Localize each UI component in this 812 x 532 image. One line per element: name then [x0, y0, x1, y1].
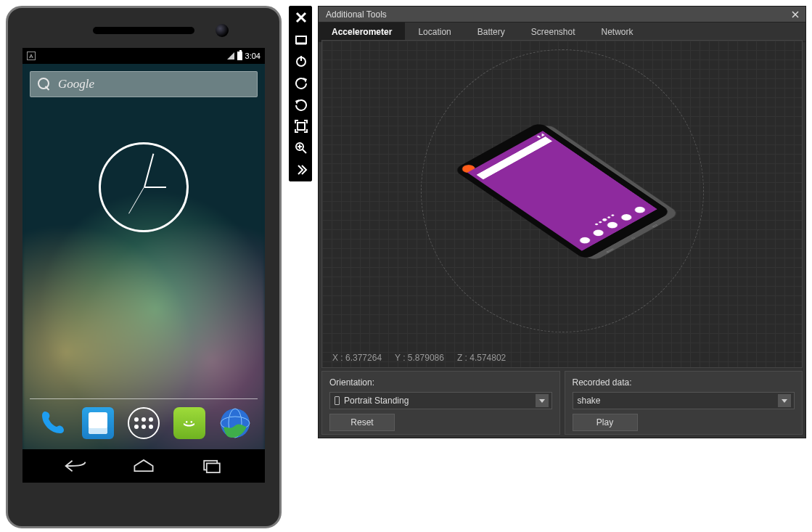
rotate-left-button[interactable]: [290, 72, 313, 94]
chevron-down-icon: [778, 394, 791, 407]
google-search-bar[interactable]: Google: [30, 71, 258, 97]
fit-to-screen-button[interactable]: [290, 115, 313, 137]
tools-close-button[interactable]: [790, 9, 801, 20]
chevron-down-icon: [536, 394, 549, 407]
tab-network[interactable]: Network: [588, 22, 646, 41]
orientation-dropdown[interactable]: Portrait Standing: [329, 392, 552, 409]
emulator-toolbar: [289, 6, 312, 181]
recents-button[interactable]: [197, 457, 226, 475]
search-icon: [38, 78, 51, 91]
back-button[interactable]: [62, 457, 91, 475]
clock-hour-hand: [144, 187, 166, 188]
clock-second-hand: [128, 187, 144, 214]
tab-accelerometer[interactable]: Accelerometer: [319, 22, 405, 41]
tools-tab-strip: Accelerometer Location Battery Screensho…: [319, 22, 805, 42]
battery-icon: [237, 52, 242, 60]
tab-screenshot[interactable]: Screenshot: [518, 22, 589, 41]
svg-rect-4: [206, 463, 219, 472]
app-drawer-icon[interactable]: [128, 407, 160, 439]
tools-body: ▮◢ ⟸⌂▭ X : 6.377264 Y : 5.879086 Z : 4.5…: [321, 40, 803, 435]
coord-z: Z : 4.574802: [457, 353, 506, 363]
emulator-device-frame: A 3:04 Google: [6, 6, 282, 528]
recorded-data-group: Recorded data: shake Play: [565, 371, 803, 435]
button-label: Reset: [350, 417, 373, 427]
search-placeholder: Google: [58, 77, 94, 91]
contacts-app-icon[interactable]: [82, 407, 114, 439]
coord-x: X : 6.377264: [332, 353, 382, 363]
signal-icon: [227, 52, 234, 60]
accelerometer-coordinates: X : 6.377264 Y : 5.879086 Z : 4.574802: [332, 353, 506, 363]
device-speaker: [93, 27, 194, 34]
home-button[interactable]: [129, 457, 158, 475]
device-front-camera: [216, 24, 229, 37]
rotate-right-button[interactable]: [290, 94, 313, 115]
svg-line-11: [303, 150, 306, 153]
status-clock: 3:04: [245, 52, 261, 60]
ime-indicator-icon: A: [27, 52, 36, 60]
more-tools-button[interactable]: [290, 159, 313, 181]
orientation-group: Orientation: Portrait Standing Reset: [321, 371, 560, 435]
orientation-label: Orientation:: [329, 377, 552, 388]
android-nav-bar: [22, 449, 265, 483]
recorded-label: Recorded data:: [573, 377, 795, 388]
recorded-value: shake: [578, 396, 601, 406]
additional-tools-panel: Additional Tools Accelerometer Location …: [318, 6, 806, 438]
phone-app-icon[interactable]: [36, 407, 68, 439]
dock: [22, 403, 265, 443]
power-button[interactable]: [290, 50, 313, 72]
orientation-reset-button[interactable]: Reset: [329, 414, 395, 431]
device-screen[interactable]: A 3:04 Google: [22, 48, 265, 483]
browser-app-icon[interactable]: [219, 407, 251, 439]
tab-label: Battery: [477, 27, 505, 37]
minimize-button[interactable]: [290, 28, 313, 50]
accelerometer-3d-view[interactable]: ▮◢ ⟸⌂▭ X : 6.377264 Y : 5.879086 Z : 4.5…: [321, 40, 803, 368]
messaging-app-icon[interactable]: [173, 407, 205, 439]
close-emulator-button[interactable]: [290, 7, 313, 28]
recorded-play-button[interactable]: Play: [573, 414, 638, 431]
coord-y: Y : 5.879086: [395, 353, 444, 363]
svg-rect-9: [298, 123, 305, 130]
clock-minute-hand: [144, 153, 154, 187]
orientation-value: Portrait Standing: [344, 396, 409, 406]
tab-label: Network: [601, 27, 633, 37]
tab-label: Accelerometer: [332, 27, 392, 37]
android-status-bar: A 3:04: [22, 48, 265, 64]
recorded-data-dropdown[interactable]: shake: [573, 392, 795, 409]
tools-title: Additional Tools: [326, 9, 387, 20]
tab-label: Screenshot: [531, 27, 575, 37]
zoom-button[interactable]: [290, 137, 313, 159]
tab-label: Location: [418, 27, 451, 37]
button-label: Play: [596, 417, 613, 427]
analog-clock-widget[interactable]: [99, 142, 189, 232]
tab-battery[interactable]: Battery: [464, 22, 518, 41]
tools-titlebar[interactable]: Additional Tools: [319, 7, 805, 22]
dock-divider: [30, 398, 258, 399]
portrait-icon: [335, 396, 340, 405]
tab-location[interactable]: Location: [405, 22, 464, 41]
accelerometer-controls: Orientation: Portrait Standing Reset Rec…: [321, 371, 803, 435]
